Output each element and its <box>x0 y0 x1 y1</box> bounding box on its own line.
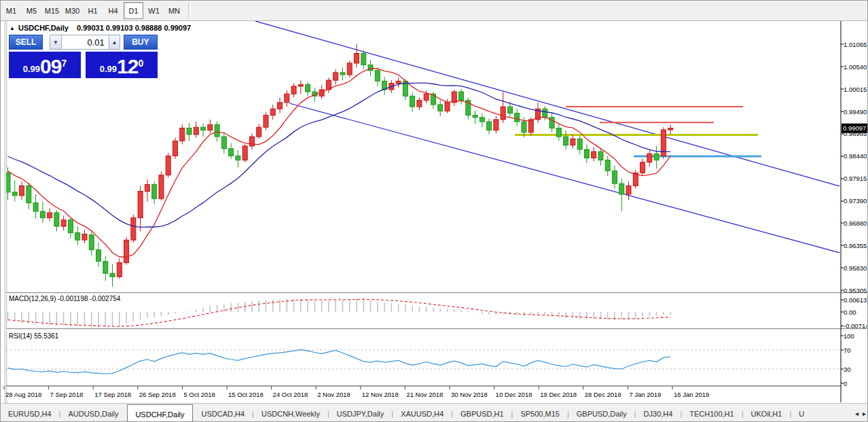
candle-body <box>577 139 582 150</box>
candle-body <box>103 262 108 274</box>
date-axis-label: 2 Nov 2018 <box>317 391 350 398</box>
timeframe-button-m30[interactable]: M30 <box>62 2 82 19</box>
chart-tab[interactable]: UKOil,H1 <box>744 404 790 422</box>
date-axis-label: 16 Jan 2019 <box>674 391 709 398</box>
candle-body <box>375 71 380 82</box>
candle-body <box>187 128 192 135</box>
candle-body <box>285 94 289 103</box>
price-axis-label: 0.95830 <box>844 264 867 272</box>
timeframe-button-h1[interactable]: H1 <box>83 2 103 19</box>
chart-tab-bar: EURUSD,H4|AUDUSD,DailyUSDCHF,DailyUSDCAD… <box>1 403 868 422</box>
sell-button[interactable]: SELL <box>9 35 43 50</box>
date-axis-label: 28 Aug 2018 <box>5 391 41 398</box>
candle-body <box>201 127 206 130</box>
candle-body <box>647 154 652 162</box>
candle-body <box>40 211 45 217</box>
candle-body <box>20 186 24 195</box>
chart-tab[interactable]: USDJPY,Daily <box>329 404 392 422</box>
timeframe-button-w1[interactable]: W1 <box>144 2 164 19</box>
buy-button[interactable]: BUY <box>124 35 158 50</box>
chart-tab[interactable]: USDCNH,Weekly <box>254 404 327 422</box>
candle-body <box>661 130 666 156</box>
date-axis-label: 5 Oct 2018 <box>183 391 215 398</box>
date-axis-label: 24 Oct 2018 <box>273 391 308 398</box>
chart-tab[interactable]: DJ30,H4 <box>636 404 681 422</box>
chart-tab[interactable]: GBPUSD,Daily <box>569 404 634 422</box>
candle-body <box>452 92 456 103</box>
candle-body <box>556 128 561 137</box>
chart-tab[interactable]: TECH100,H1 <box>682 404 741 422</box>
volume-increase-button[interactable]: ▲ <box>109 35 120 50</box>
timeframe-button-mn[interactable]: MN <box>164 2 184 19</box>
candle-body <box>264 116 268 128</box>
candle-body <box>507 107 512 113</box>
rsi-axis-label: 0 <box>844 380 847 387</box>
candle-body <box>515 113 520 122</box>
timeframe-button-m5[interactable]: M5 <box>22 2 41 19</box>
candle-body <box>96 250 101 262</box>
left-edge-groove <box>5 20 7 403</box>
candle-body <box>355 54 359 63</box>
date-axis-label: 30 Nov 2018 <box>451 391 488 398</box>
candle-body <box>480 118 484 122</box>
timeframe-button-m15[interactable]: M15 <box>42 2 62 19</box>
candle-body <box>124 240 129 262</box>
timeframe-button-m1[interactable]: M1 <box>1 2 21 19</box>
rsi-axis-label: 100 <box>844 332 854 340</box>
sell-price-box[interactable]: 0.99097 <box>9 52 81 78</box>
buy-price-box[interactable]: 0.99120 <box>86 52 158 78</box>
chart-tab[interactable]: U <box>791 404 812 422</box>
chart-tab[interactable]: SP500,M15 <box>513 404 566 422</box>
candle-body <box>12 192 17 196</box>
price-axis-label: 0.97915 <box>844 175 867 182</box>
candle-body <box>487 122 492 130</box>
date-axis-label: 10 Dec 2018 <box>496 391 532 398</box>
candle-body <box>528 120 533 133</box>
sell-price-sup: 7 <box>61 52 67 75</box>
price-axis-label: 1.01065 <box>844 41 867 48</box>
candle-body <box>229 149 234 156</box>
candle-body <box>131 218 136 241</box>
candle-body <box>5 173 10 192</box>
chart-tab[interactable]: GBPUSD,H1 <box>453 404 511 422</box>
candle-body <box>584 150 589 158</box>
volume-decrease-button[interactable]: ▼ <box>50 35 61 50</box>
timeframe-button-h4[interactable]: H4 <box>103 2 123 19</box>
collapse-panel-icon[interactable]: ▲ <box>10 25 15 31</box>
candle-body <box>333 73 338 80</box>
chart-symbol-title: USDCHF,Daily <box>18 24 69 32</box>
candle-body <box>340 73 345 75</box>
date-axis-label: 21 Nov 2018 <box>406 391 443 398</box>
price-axis-label: 0.99490 <box>844 108 867 116</box>
chart-tab[interactable]: USDCAD,H4 <box>194 404 253 422</box>
price-axis-label: 0.96880 <box>844 219 867 227</box>
volume-input[interactable] <box>62 35 109 50</box>
date-axis-label: 17 Sep 2018 <box>94 391 131 398</box>
candle-body <box>501 107 505 120</box>
candle-body <box>54 213 59 226</box>
timeframe-toolbar: M1M5M15M30H1H4D1W1MN <box>1 1 868 21</box>
chevron-up-icon: ▲ <box>112 39 117 46</box>
tabs-scroll-right-icon[interactable]: ▸ <box>863 410 866 417</box>
chart-tab[interactable]: EURUSD,H4 <box>1 404 59 422</box>
chart-ohlc-values: 0.99031 0.99103 0.98888 0.99097 <box>77 24 191 32</box>
date-axis-label: 19 Dec 2018 <box>540 391 577 398</box>
tabs-scroll-left-icon[interactable]: ◂ <box>855 410 858 417</box>
chart-tab[interactable]: AUDUSD,Daily <box>60 404 126 422</box>
candle-body <box>138 192 143 218</box>
date-axis-label: 15 Oct 2018 <box>228 391 264 398</box>
candle-body <box>473 116 477 118</box>
candle-body <box>612 171 617 183</box>
candle-body <box>75 233 80 241</box>
candle-body <box>654 154 659 160</box>
candle-body <box>605 160 610 171</box>
timeframe-button-d1[interactable]: D1 <box>124 2 143 19</box>
candle-body <box>522 122 526 133</box>
chart-tab-active[interactable]: USDCHF,Daily <box>127 404 192 422</box>
candle-body <box>26 186 31 203</box>
candle-body <box>152 184 157 198</box>
candle-body <box>110 273 115 277</box>
chart-tab[interactable]: XAUUSD,H4 <box>393 404 451 422</box>
date-axis-label: 12 Nov 2018 <box>362 391 399 398</box>
buy-price-big: 12 <box>117 57 138 76</box>
